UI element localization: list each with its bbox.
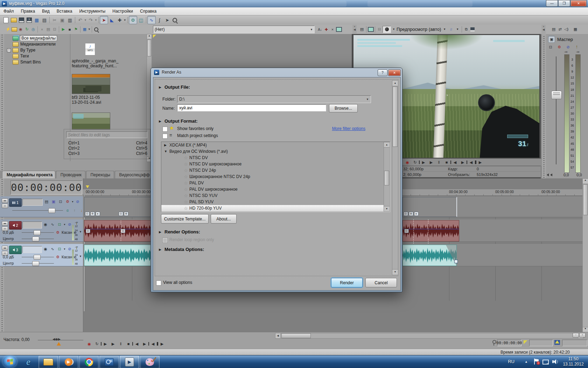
redo-icon[interactable]: ↷ bbox=[87, 16, 94, 24]
media-file-name[interactable]: aphrodite_-_ganja_man_featuring_deadly_h… bbox=[72, 59, 149, 68]
video-event-right[interactable]: ⊡⚙▸ bbox=[402, 197, 457, 217]
format-list[interactable]: ▶ ☆ XDCAM EX (*.MP4) ▼ ☆ Видео для ОС Wi… bbox=[161, 142, 390, 212]
filename-input[interactable] bbox=[177, 104, 326, 111]
pause-button[interactable]: ‖ bbox=[117, 341, 125, 347]
track-minimize-icon[interactable]: ▬ bbox=[2, 246, 8, 250]
open-project-icon[interactable] bbox=[10, 16, 18, 24]
master-fader[interactable] bbox=[556, 56, 556, 164]
remove-media-icon[interactable]: × bbox=[39, 26, 45, 33]
master-view-button[interactable]: ▣ bbox=[548, 36, 555, 43]
media-file-thumbnail[interactable] bbox=[72, 74, 110, 94]
auto-preview-icon[interactable]: ⚡ bbox=[5, 26, 11, 33]
clock[interactable]: 11:50 13.11.2012 bbox=[560, 356, 587, 367]
track-fx-icon[interactable]: ⊡ bbox=[56, 246, 63, 252]
menu-item[interactable]: Настройки bbox=[109, 8, 136, 15]
audio-event-left-red[interactable]: ⊡ ⊡ bbox=[84, 220, 151, 241]
media-properties-icon[interactable]: ▤ bbox=[45, 26, 51, 33]
snap-icon[interactable]: ◫ bbox=[137, 16, 145, 24]
format-row[interactable]: ☆ NTSC DV широкоэкранное bbox=[161, 161, 390, 167]
favorite-star-icon[interactable]: ☆ bbox=[182, 180, 189, 186]
pause-button[interactable]: ‖ bbox=[435, 159, 443, 165]
remove-fx-icon[interactable]: × bbox=[329, 26, 336, 33]
section-arrow-icon[interactable]: ▶ bbox=[159, 120, 161, 123]
go-to-start-button[interactable]: ◀ bbox=[450, 161, 459, 164]
automation-gear-icon[interactable]: ⚙ bbox=[55, 229, 61, 236]
record-button[interactable]: ◉ bbox=[85, 341, 93, 347]
tag-edit-input[interactable] bbox=[66, 131, 147, 138]
track-composite-icon[interactable]: ▣ bbox=[50, 198, 57, 205]
taskbar-chrome[interactable] bbox=[79, 356, 99, 368]
menu-item[interactable]: Правка bbox=[18, 8, 39, 15]
automation-dropdown-icon[interactable]: ▼ bbox=[79, 255, 82, 258]
rate-handle[interactable]: ◀◆▶ bbox=[52, 337, 61, 341]
format-row[interactable]: ▶ ☆ XDCAM EX (*.MP4) bbox=[161, 142, 390, 148]
taskbar-vegas[interactable]: ▶ bbox=[120, 356, 139, 368]
video-event-left[interactable]: ⊡⚙▸ ⊡⚙ bbox=[84, 197, 151, 217]
go-to-start-button[interactable]: ◀ bbox=[132, 342, 141, 346]
automation-dropdown-icon[interactable]: ▼ bbox=[79, 230, 82, 233]
track-automation-icon[interactable]: ⚙ bbox=[64, 198, 71, 205]
save-as-icon[interactable]: ? bbox=[25, 16, 33, 24]
taskbar-wmp[interactable]: ▶ bbox=[59, 356, 78, 368]
taskbar-ie[interactable]: e bbox=[19, 356, 38, 368]
auto-ripple-icon[interactable]: ∿ bbox=[147, 16, 156, 24]
track-header-video-1[interactable]: ▬ ▭ 1 ▤ ▣ ⊡ ⚙▼ ⊘ ! α ↑ ↓ bbox=[0, 196, 83, 217]
ignore-event-grouping-icon[interactable]: ⚙ bbox=[129, 16, 137, 24]
undo-icon[interactable]: ↶ bbox=[76, 16, 84, 24]
overlays-grid-icon[interactable]: # bbox=[448, 26, 454, 33]
extract-audio-icon[interactable]: ◎ bbox=[30, 26, 36, 33]
expander-plus-icon[interactable]: + bbox=[7, 48, 11, 52]
envelope-edit-icon[interactable]: ∫ bbox=[156, 16, 163, 24]
next-frame-button[interactable]: ▶ bbox=[158, 342, 166, 346]
dim-output-icon[interactable]: ◁) bbox=[563, 26, 569, 33]
track-fx-icon[interactable]: ⊡ bbox=[57, 198, 64, 205]
close-button[interactable]: × bbox=[570, 0, 587, 7]
split-screen-icon[interactable]: ⊟ bbox=[376, 26, 383, 33]
audio-event-right-red[interactable]: ⊡ bbox=[402, 220, 459, 241]
selection-start-box[interactable] bbox=[529, 340, 553, 346]
preview-quality-label[interactable]: Предпросмотр (авто) bbox=[397, 27, 441, 32]
media-file-thumbnail[interactable] bbox=[72, 113, 110, 130]
cancel-button[interactable]: Cancel bbox=[365, 278, 397, 287]
track-fx-icon[interactable]: ⊡ bbox=[56, 221, 63, 227]
timeline-hscrollbar[interactable]: ◀ ▶ bbox=[275, 333, 583, 339]
format-row[interactable]: ☆ PAL DV широкоэкранное bbox=[161, 186, 390, 192]
format-row[interactable]: ☆ Широкоэкранное NTSC DV 24p bbox=[161, 173, 390, 180]
track-name-field[interactable] bbox=[22, 199, 43, 206]
track-number-tile[interactable]: 3 bbox=[9, 246, 22, 254]
restore-button[interactable]: ❐ bbox=[558, 0, 570, 7]
media-file-name[interactable]: bf3 2012-11-0513-20-01-24.avi bbox=[72, 95, 149, 105]
envelope-icon[interactable]: ∿ bbox=[49, 221, 56, 227]
loop-playback-button[interactable]: ↻ bbox=[411, 159, 419, 165]
media-bin-item[interactable]: + By Type bbox=[6, 47, 70, 53]
track-header-audio-2[interactable]: ▬ ▭ 2 ◉ ∿ ⊡▼ ⊘ ! -∞ 0,0 дБ ⚙ Касание ▼ Ц… bbox=[0, 219, 83, 242]
favorite-star-icon[interactable]: ☆ bbox=[182, 187, 189, 192]
track-name-field[interactable] bbox=[22, 222, 42, 229]
favorite-star-icon[interactable]: ☆ bbox=[182, 199, 189, 205]
mixer-view-icon[interactable]: ▦ bbox=[572, 26, 579, 33]
record-button[interactable]: ◉ bbox=[404, 159, 411, 165]
group-arrow-icon[interactable]: ▶ bbox=[164, 143, 169, 147]
favorite-star-icon[interactable]: ☆ bbox=[182, 193, 189, 198]
track-minimize-icon[interactable]: ▬ bbox=[2, 198, 8, 203]
normal-edit-tool-icon[interactable]: ➤ bbox=[100, 16, 108, 24]
more-filter-options-link[interactable]: More filter options bbox=[332, 126, 365, 131]
format-row[interactable]: ☆ NTSC DV 24p bbox=[161, 167, 390, 173]
taskbar-settings-app[interactable] bbox=[99, 356, 119, 368]
import-media-icon[interactable] bbox=[11, 26, 18, 33]
section-arrow-icon[interactable]: ▶ bbox=[159, 230, 161, 234]
folder-combo[interactable]: D:\ ▼ bbox=[177, 95, 371, 103]
dialog-close-button[interactable]: × bbox=[388, 69, 401, 76]
envelope-tool-icon[interactable]: ◣ bbox=[108, 16, 116, 24]
favorite-star-icon[interactable]: ☆ bbox=[182, 168, 189, 173]
track-mute-icon[interactable]: ⊘ bbox=[75, 198, 81, 205]
media-bin-flag-icon[interactable]: ⚑ bbox=[73, 26, 79, 33]
volume-handle[interactable] bbox=[34, 255, 41, 260]
composite-alpha-icon[interactable]: α bbox=[64, 207, 71, 213]
media-bin-item[interactable]: + Все медиафайлы bbox=[6, 35, 70, 41]
plugin-chain-combo[interactable]: (Нет) ▼ bbox=[153, 26, 315, 33]
language-indicator[interactable]: RU bbox=[508, 359, 514, 364]
favorite-star-icon[interactable]: ☆ bbox=[182, 206, 189, 211]
save-snapshot-icon[interactable] bbox=[469, 26, 476, 33]
format-row[interactable]: ☆ NTSC DV bbox=[161, 155, 390, 161]
